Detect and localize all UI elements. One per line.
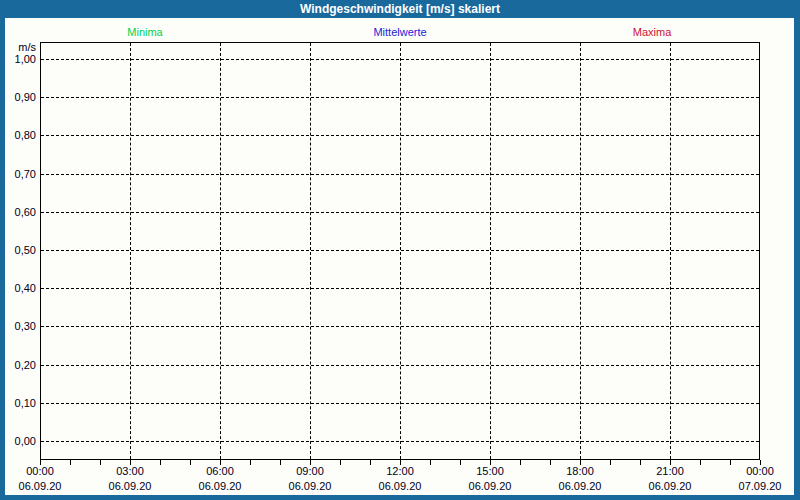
x-tick-date-label: 06.09.20 xyxy=(85,480,175,493)
v-gridline xyxy=(400,43,401,459)
x-tick-date-label: 06.09.20 xyxy=(175,480,265,493)
app-window: Windgeschwindigkeit [m/s] skaliert Minim… xyxy=(0,0,800,500)
x-tick-date-label: 06.09.20 xyxy=(535,480,625,493)
window-frame-bottom xyxy=(0,495,800,500)
v-gridline xyxy=(310,43,311,459)
x-tick-time-label: 21:00 xyxy=(625,465,715,478)
y-tick-label: 0,40 xyxy=(0,281,36,295)
x-tick-date-label: 06.09.20 xyxy=(625,480,715,493)
x-tick-date-label: 06.09.20 xyxy=(0,480,85,493)
v-gridline xyxy=(490,43,491,459)
v-gridline xyxy=(220,43,221,459)
y-tick-label: 0,80 xyxy=(0,128,36,142)
window-titlebar: Windgeschwindigkeit [m/s] skaliert xyxy=(0,0,800,18)
legend-item-minima: Minima xyxy=(127,25,162,39)
y-tick-label: 0,20 xyxy=(0,358,36,372)
window-title: Windgeschwindigkeit [m/s] skaliert xyxy=(300,0,500,18)
x-tick-date-label: 06.09.20 xyxy=(355,480,445,493)
x-tick-date-label: 06.09.20 xyxy=(445,480,535,493)
x-tick-time-label: 09:00 xyxy=(265,465,355,478)
x-tick-time-label: 15:00 xyxy=(445,465,535,478)
x-tick-time-label: 12:00 xyxy=(355,465,445,478)
y-tick-label: 0,90 xyxy=(0,90,36,104)
x-tick-time-label: 00:00 xyxy=(0,465,85,478)
y-tick-label: 0,00 xyxy=(0,434,36,448)
window-frame-right xyxy=(794,18,800,500)
x-tick-time-label: 06:00 xyxy=(175,465,265,478)
v-gridline xyxy=(670,43,671,459)
y-tick-label: 0,30 xyxy=(0,319,36,333)
v-gridline xyxy=(580,43,581,459)
x-tick-date-label: 07.09.20 xyxy=(715,480,800,493)
y-tick-label: 0,60 xyxy=(0,205,36,219)
y-tick-label: 1,00 xyxy=(0,52,36,66)
y-tick-label: 0,10 xyxy=(0,396,36,410)
v-gridline xyxy=(130,43,131,459)
legend-item-maxima: Maxima xyxy=(633,25,672,39)
x-tick-time-label: 18:00 xyxy=(535,465,625,478)
y-tick-label: 0,70 xyxy=(0,167,36,181)
x-tick-time-label: 03:00 xyxy=(85,465,175,478)
legend-item-mittelwerte: Mittelwerte xyxy=(373,25,426,39)
x-tick-time-label: 00:00 xyxy=(715,465,800,478)
x-tick-date-label: 06.09.20 xyxy=(265,480,355,493)
y-tick-label: 0,50 xyxy=(0,243,36,257)
